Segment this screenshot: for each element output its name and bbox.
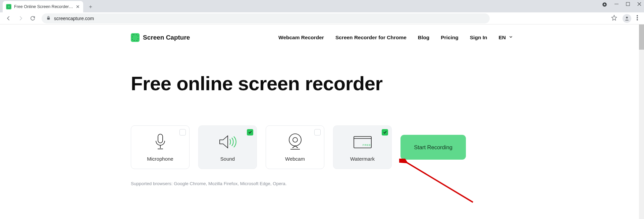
brand[interactable]: Screen Capture [131,33,190,42]
svg-point-6 [637,17,638,18]
svg-rect-1 [614,4,619,4]
url-text: screencapture.com [54,16,94,21]
tab-close-icon[interactable]: ✕ [76,4,80,9]
language-selector[interactable]: EN [498,35,513,41]
profile-avatar-icon[interactable] [623,14,631,23]
star-icon[interactable] [611,15,617,22]
option-label: Watermark [350,156,375,162]
back-button[interactable] [3,13,13,23]
extension-icon[interactable] [602,2,607,8]
main-content: Free online screen recorder Microphone [131,42,513,186]
new-tab-button[interactable]: ＋ [86,2,95,11]
recording-options: Microphone Sound [131,125,513,169]
address-bar: screencapture.com [0,12,644,24]
option-watermark[interactable]: FREE Watermark [333,125,392,169]
svg-rect-3 [47,17,50,19]
svg-rect-2 [626,2,630,6]
svg-point-4 [626,16,628,18]
nav-blog[interactable]: Blog [418,35,429,41]
maximize-icon[interactable] [626,2,630,8]
chevron-down-icon [508,35,513,41]
option-label: Sound [220,156,235,162]
option-label: Microphone [147,156,173,162]
reload-button[interactable] [28,13,38,23]
lock-icon [46,16,51,21]
nav-pricing[interactable]: Pricing [441,35,459,41]
checkbox-webcam[interactable] [314,129,321,135]
language-label: EN [498,35,506,41]
window-controls [602,2,641,8]
page: Screen Capture Webcam Recorder Screen Re… [0,24,644,219]
checkbox-sound[interactable] [247,129,253,135]
start-recording-label: Start Recording [414,144,452,151]
omnibox[interactable]: screencapture.com [42,13,490,23]
svg-point-7 [637,19,638,20]
option-webcam[interactable]: Webcam [266,125,324,169]
microphone-icon [154,133,167,151]
browser-chrome: Free Online Screen Recorder | Fre ✕ ＋ [0,0,644,24]
svg-point-11 [293,138,298,142]
scrollbar-thumb[interactable] [639,24,644,50]
option-microphone[interactable]: Microphone [131,125,190,169]
forward-button[interactable] [15,13,25,23]
tab-title: Free Online Screen Recorder | Fre [14,4,73,9]
sound-icon [218,133,237,151]
page-title: Free online screen recorder [131,72,513,95]
svg-text:FREE: FREE [363,144,371,147]
start-recording-button[interactable]: Start Recording [400,135,466,160]
svg-point-5 [637,15,638,16]
main-nav: Webcam Recorder Screen Recorder for Chro… [278,35,513,41]
favicon-icon [6,4,11,9]
option-sound[interactable]: Sound [198,125,257,169]
brand-name: Screen Capture [143,34,190,41]
browser-tab[interactable]: Free Online Screen Recorder | Fre ✕ [3,1,83,12]
site-header: Screen Capture Webcam Recorder Screen Re… [131,24,513,42]
watermark-icon: FREE [353,133,372,151]
svg-rect-8 [132,35,138,41]
checkbox-watermark[interactable] [382,129,388,135]
checkbox-microphone[interactable] [179,129,186,135]
tab-strip: Free Online Screen Recorder | Fre ✕ ＋ [0,0,644,12]
close-window-icon[interactable] [637,2,641,8]
svg-rect-9 [158,134,163,143]
scrollbar-track[interactable] [639,24,644,219]
nav-webcam-recorder[interactable]: Webcam Recorder [278,35,324,41]
webcam-icon [288,133,303,151]
minimize-icon[interactable] [614,2,619,8]
svg-point-10 [289,134,301,146]
kebab-menu-icon[interactable] [637,15,638,22]
nav-chrome-recorder[interactable]: Screen Recorder for Chrome [335,35,407,41]
option-label: Webcam [285,156,305,162]
brand-logo-icon [131,33,140,42]
supported-browsers-text: Supported browsers: Google Chrome, Mozil… [131,181,513,186]
nav-signin[interactable]: Sign In [470,35,487,41]
